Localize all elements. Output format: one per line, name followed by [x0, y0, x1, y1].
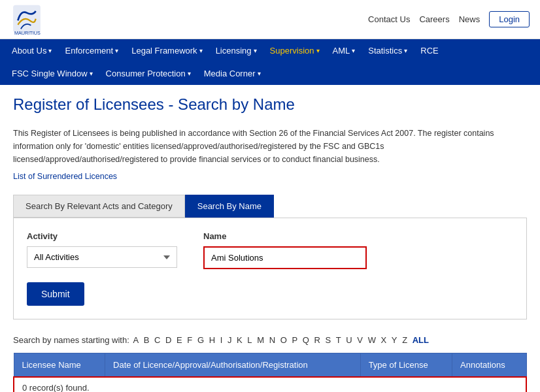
search-form: Activity All ActivitiesBankingInsuranceS…: [13, 218, 527, 319]
page-title: Register of Licensees - Search by Name: [13, 95, 527, 118]
alpha-link-P[interactable]: P: [292, 335, 297, 345]
nav-item-enforcement[interactable]: Enforcement ▾: [58, 39, 125, 62]
alpha-link-all[interactable]: ALL: [413, 335, 429, 345]
nav-arrow-icon: ▾: [90, 70, 93, 77]
surrendered-licences-link[interactable]: List of Surrendered Licences: [13, 172, 117, 181]
alpha-link-T[interactable]: T: [336, 335, 341, 345]
alpha-link-O[interactable]: O: [280, 335, 287, 345]
nav-arrow-icon: ▾: [199, 47, 203, 54]
name-label: Name: [203, 231, 367, 241]
alpha-link-R[interactable]: R: [314, 335, 320, 345]
nav-arrow-icon: ▾: [254, 47, 257, 54]
no-records-row: 0 record(s) found.: [14, 377, 526, 392]
alpha-prefix: Search by names starting with:: [13, 335, 129, 345]
main-nav: About Us ▾Enforcement ▾Legal Framework ▾…: [0, 39, 540, 85]
alpha-link-A[interactable]: A: [133, 335, 139, 345]
alpha-link-J[interactable]: J: [228, 335, 232, 345]
nav-arrow-icon: ▾: [258, 70, 261, 77]
logo: MAURITIUS: [10, 4, 43, 39]
nav-arrow-icon: ▾: [352, 47, 355, 54]
alpha-link-X[interactable]: X: [381, 335, 387, 345]
alpha-link-V[interactable]: V: [357, 335, 363, 345]
alpha-link-S[interactable]: S: [325, 335, 331, 345]
alpha-link-I[interactable]: I: [220, 335, 223, 345]
alpha-link-Y[interactable]: Y: [392, 335, 397, 345]
alpha-link-C[interactable]: C: [154, 335, 160, 345]
contact-us-link[interactable]: Contact Us: [368, 14, 410, 24]
alpha-link-K[interactable]: K: [237, 335, 243, 345]
alpha-link-Q[interactable]: Q: [303, 335, 309, 345]
nav-item-aml[interactable]: AML ▾: [326, 39, 362, 62]
activity-label: Activity: [27, 231, 177, 241]
alpha-links: A B C D E F G H I J K L M N O P Q R S T …: [131, 335, 430, 345]
alpha-link-E[interactable]: E: [177, 335, 182, 345]
nav-item-legal-framework[interactable]: Legal Framework ▾: [125, 39, 209, 62]
nav-item-fsc-single-window[interactable]: FSC Single Window ▾: [5, 62, 99, 85]
table-header-licensee-name: Licensee Name: [14, 353, 105, 378]
alpha-link-H[interactable]: H: [209, 335, 215, 345]
table-header-type-of-license: Type of License: [360, 353, 452, 378]
table-header-annotations: Annotations: [452, 353, 526, 378]
nav-arrow-icon: ▾: [404, 47, 407, 54]
alpha-link-U[interactable]: U: [346, 335, 352, 345]
nav-item-supervision[interactable]: Supervision ▾: [263, 39, 326, 62]
nav-arrow-icon: ▾: [316, 47, 320, 54]
tab-search-by-name[interactable]: Search By Name: [185, 195, 274, 218]
alpha-link-W[interactable]: W: [368, 335, 376, 345]
alpha-link-L[interactable]: L: [247, 335, 252, 345]
alpha-search-bar: Search by names starting with: A B C D E…: [13, 335, 527, 345]
name-input[interactable]: [203, 246, 367, 269]
careers-link[interactable]: Careers: [419, 14, 449, 24]
nav-item-media-corner[interactable]: Media Corner ▾: [197, 62, 267, 85]
login-button[interactable]: Login: [489, 11, 530, 27]
nav-arrow-icon: ▾: [115, 47, 118, 54]
news-link[interactable]: News: [459, 14, 481, 24]
alpha-link-N[interactable]: N: [269, 335, 275, 345]
alpha-link-D[interactable]: D: [165, 335, 171, 345]
activity-select[interactable]: All ActivitiesBankingInsuranceSecurities…: [27, 246, 177, 268]
nav-arrow-icon: ▾: [48, 47, 52, 54]
alpha-link-Z[interactable]: Z: [402, 335, 407, 345]
alpha-link-G[interactable]: G: [197, 335, 204, 345]
alpha-link-M[interactable]: M: [257, 335, 264, 345]
table-header-date-of-licenceapprovalauthorisationregistration: Date of Licence/Approval/Authorisation/R…: [105, 353, 361, 378]
nav-item-rce[interactable]: RCE: [414, 39, 445, 62]
nav-item-about-us[interactable]: About Us ▾: [5, 39, 58, 62]
submit-button[interactable]: Submit: [27, 282, 84, 306]
search-tabs: Search By Relevant Acts and CategorySear…: [13, 195, 527, 218]
no-records-cell: 0 record(s) found.: [14, 377, 526, 392]
nav-arrow-icon: ▾: [188, 70, 191, 77]
results-table: Licensee NameDate of Licence/Approval/Au…: [13, 353, 527, 392]
info-paragraph: This Register of Licensees is being publ…: [13, 127, 527, 166]
svg-text:MAURITIUS: MAURITIUS: [14, 30, 41, 36]
alpha-link-B[interactable]: B: [144, 335, 150, 345]
table-header-row: Licensee NameDate of Licence/Approval/Au…: [14, 353, 526, 378]
tab-search-by-relevant-acts-and-category[interactable]: Search By Relevant Acts and Category: [13, 195, 185, 218]
nav-item-licensing[interactable]: Licensing ▾: [209, 39, 263, 62]
nav-item-consumer-protection[interactable]: Consumer Protection ▾: [99, 62, 197, 85]
nav-item-statistics[interactable]: Statistics ▾: [362, 39, 414, 62]
alpha-link-F[interactable]: F: [187, 335, 192, 345]
